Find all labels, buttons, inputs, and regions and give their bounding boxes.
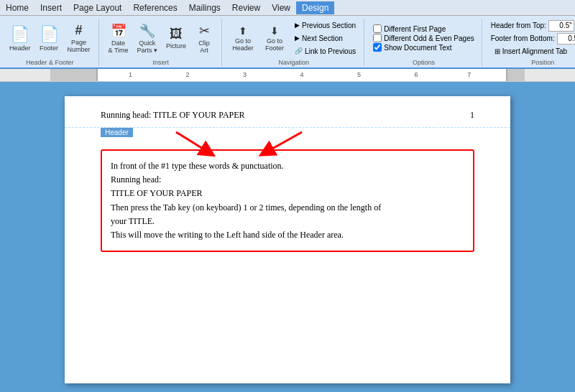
- insert-alignment-tab-button[interactable]: ⊞ Insert Alignment Tab: [491, 46, 575, 57]
- position-group-label: Position: [531, 57, 554, 66]
- goto-footer-label: Go toFooter: [265, 37, 284, 52]
- nav-group-label: Navigation: [278, 57, 309, 66]
- annotation-box: In front of the #1 type these words & pu…: [101, 149, 474, 252]
- next-section-button[interactable]: ▶ Next Section: [291, 33, 359, 44]
- goto-footer-button[interactable]: ⬇ Go toFooter: [259, 19, 290, 57]
- ribbon-group-content-position: Header from Top: ▲ ▼ Footer from Bottom:…: [488, 19, 575, 57]
- quick-parts-button[interactable]: 🔧 QuickParts ▾: [134, 19, 162, 57]
- annotation-line-4: Then press the Tab key (on keyboard) 1 o…: [111, 201, 464, 215]
- menu-page-layout[interactable]: Page Layout: [68, 1, 127, 14]
- goto-header-label: Go toHeader: [232, 37, 254, 52]
- picture-label: Picture: [166, 42, 186, 50]
- date-time-label: Date& Time: [109, 39, 129, 54]
- ribbon-group-content-nav: ⬆ Go toHeader ⬇ Go toFooter ▶ Previous S…: [228, 19, 359, 57]
- header-icon: 📄: [10, 25, 29, 44]
- ribbon-group-content-options: Different First Page Different Odd & Eve…: [370, 19, 477, 57]
- ribbon-group-insert: 📅 Date& Time 🔧 QuickParts ▾ 🖼 Picture ✂ …: [101, 19, 223, 66]
- picture-button[interactable]: 🖼 Picture: [162, 19, 190, 57]
- prev-section-icon: ▶: [295, 22, 300, 29]
- page-header: Running head: TITLE OF YOUR PAPER 1: [65, 96, 510, 128]
- page-number-icon: #: [75, 23, 83, 38]
- show-document-text-label: Show Document Text: [384, 44, 451, 52]
- header-from-top-row: Header from Top: ▲ ▼: [491, 20, 575, 32]
- header-label-tag: Header: [101, 128, 133, 137]
- footer-button[interactable]: 📄 Footer: [36, 19, 63, 57]
- footer-from-bottom-input[interactable]: [557, 33, 575, 45]
- menu-insert[interactable]: Insert: [34, 1, 68, 14]
- ribbon-group-options: Different First Page Different Odd & Eve…: [366, 19, 482, 66]
- clip-art-icon: ✂: [199, 23, 210, 39]
- different-first-page-checkbox[interactable]: Different First Page: [373, 24, 474, 33]
- header-button[interactable]: 📄 Header: [6, 19, 34, 57]
- different-odd-even-input[interactable]: [373, 34, 382, 42]
- link-icon: 🔗: [295, 47, 303, 55]
- show-document-text-checkbox[interactable]: Show Document Text: [373, 43, 474, 52]
- footer-from-bottom-label: Footer from Bottom:: [491, 34, 555, 42]
- header-from-top-label: Header from Top:: [491, 22, 546, 29]
- different-odd-even-checkbox[interactable]: Different Odd & Even Pages: [373, 34, 474, 42]
- previous-section-button[interactable]: ▶ Previous Section: [291, 20, 359, 31]
- running-head: Running head: TITLE OF YOUR PAPER: [101, 110, 245, 121]
- options-group-label: Options: [413, 57, 435, 66]
- link-label: Link to Previous: [305, 47, 356, 55]
- ribbon: 📄 Header 📄 Footer # PageNumber Header & …: [0, 16, 575, 69]
- different-first-page-input[interactable]: [373, 24, 382, 33]
- annotation-line-6: This will move the writing to the Left h…: [111, 228, 464, 242]
- quick-parts-label: QuickParts ▾: [137, 39, 158, 54]
- ruler: 1 2 3 4 5 6 7: [0, 69, 575, 82]
- ribbon-group-position: Header from Top: ▲ ▼ Footer from Bottom:…: [484, 19, 575, 66]
- picture-icon: 🖼: [170, 27, 183, 42]
- clip-art-button[interactable]: ✂ ClipArt: [191, 19, 217, 57]
- page-number-label: PageNumber: [68, 39, 91, 53]
- clip-art-label: ClipArt: [198, 39, 210, 54]
- ribbon-group-navigation: ⬆ Go toHeader ⬇ Go toFooter ▶ Previous S…: [224, 19, 364, 66]
- next-section-icon: ▶: [295, 34, 300, 42]
- insert-group-label: Insert: [153, 57, 170, 66]
- ribbon-group-content-hf: 📄 Header 📄 Footer # PageNumber: [6, 19, 94, 57]
- position-fields: Header from Top: ▲ ▼ Footer from Bottom:…: [488, 20, 575, 57]
- annotation-line-2: Running head:: [111, 173, 464, 187]
- annotation-line-1: In front of the #1 type these words & pu…: [111, 159, 464, 173]
- goto-header-icon: ⬆: [239, 25, 247, 37]
- different-odd-even-label: Different Odd & Even Pages: [384, 34, 474, 42]
- menu-review[interactable]: Review: [226, 1, 266, 14]
- hf-group-label: Header & Footer: [26, 57, 74, 66]
- header-from-top-input[interactable]: [548, 20, 574, 32]
- header-label: Header: [9, 45, 31, 52]
- menu-mailings[interactable]: Mailings: [183, 1, 226, 14]
- page-number-display: 1: [470, 110, 474, 121]
- page: Running head: TITLE OF YOUR PAPER 1 Head…: [65, 96, 510, 383]
- annotation-line-5: your TITLE.: [111, 215, 464, 228]
- alignment-tab-icon: ⊞: [494, 47, 500, 55]
- link-to-previous-button[interactable]: 🔗 Link to Previous: [291, 46, 359, 57]
- date-time-button[interactable]: 📅 Date& Time: [105, 19, 132, 57]
- menu-references[interactable]: References: [127, 1, 183, 14]
- document-area: Running head: TITLE OF YOUR PAPER 1 Head…: [0, 82, 575, 392]
- menu-bar: Home Insert Page Layout References Maili…: [0, 0, 575, 16]
- nav-col: ▶ Previous Section ▶ Next Section 🔗 Link…: [291, 20, 359, 57]
- menu-design[interactable]: Design: [296, 1, 334, 14]
- date-time-icon: 📅: [111, 23, 126, 39]
- prev-section-label: Previous Section: [302, 22, 356, 29]
- footer-icon: 📄: [40, 25, 59, 44]
- different-first-page-label: Different First Page: [384, 25, 446, 33]
- goto-header-button[interactable]: ⬆ Go toHeader: [228, 19, 258, 57]
- menu-home[interactable]: Home: [0, 1, 34, 14]
- ribbon-body: 📄 Header 📄 Footer # PageNumber Header & …: [0, 16, 575, 67]
- goto-footer-icon: ⬇: [270, 25, 279, 37]
- ribbon-group-header-footer: 📄 Header 📄 Footer # PageNumber Header & …: [1, 19, 99, 66]
- alignment-tab-label: Insert Alignment Tab: [502, 47, 567, 55]
- ribbon-group-content-insert: 📅 Date& Time 🔧 QuickParts ▾ 🖼 Picture ✂ …: [105, 19, 218, 57]
- page-body: In front of the #1 type these words & pu…: [65, 128, 510, 266]
- next-section-label: Next Section: [302, 34, 343, 42]
- annotation-line-3: TITLE OF YOUR PAPER: [111, 187, 464, 200]
- page-number-button[interactable]: # PageNumber: [64, 19, 94, 57]
- options-checkboxes: Different First Page Different Odd & Eve…: [370, 24, 477, 52]
- menu-view[interactable]: View: [266, 1, 296, 14]
- footer-from-bottom-row: Footer from Bottom: ▲ ▼: [491, 33, 575, 45]
- quick-parts-icon: 🔧: [139, 23, 155, 39]
- show-document-text-input[interactable]: [373, 43, 382, 52]
- footer-label: Footer: [40, 45, 58, 52]
- ruler-inner: 1 2 3 4 5 6 7: [97, 69, 507, 81]
